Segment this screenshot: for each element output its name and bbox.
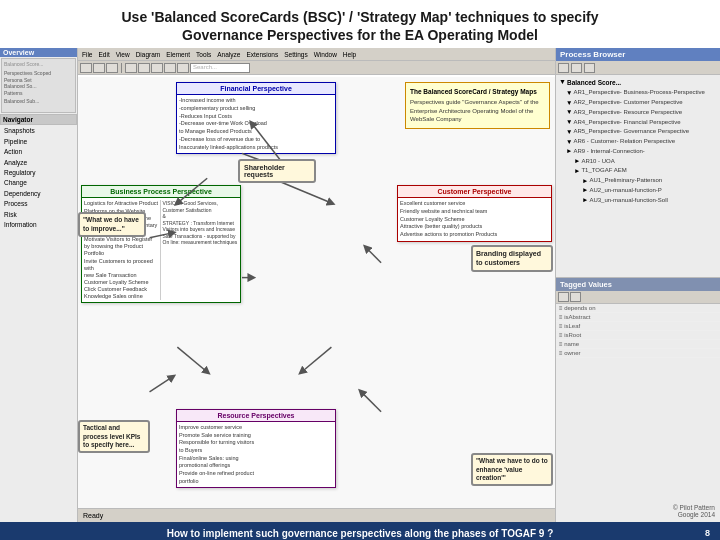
- sidebar-preview: Balanced Score... Perspectives Scoped Pe…: [1, 58, 76, 113]
- prop-value-6: [624, 350, 717, 356]
- tree-icon-6: ▼: [566, 137, 572, 147]
- menu-view[interactable]: View: [113, 51, 133, 58]
- prop-row-4: ≡ isRoot: [556, 331, 720, 340]
- tree-item-11[interactable]: ► AU2_un-manual-function-P: [558, 185, 718, 195]
- nav-item-dependency[interactable]: Dependency: [2, 189, 75, 199]
- tree-text-6: AR6 - Customer- Relation Perspective: [573, 137, 675, 146]
- menu-window[interactable]: Window: [311, 51, 340, 58]
- tree-icon-4: ▼: [566, 117, 572, 127]
- card-resource-content: Improve customer service Promote Sale se…: [177, 422, 335, 488]
- panel-tree: ▼ Balanced Score... ▼ AR1_Perspective- B…: [556, 75, 720, 275]
- tree-text-5: AR5_Perspective- Governance Perspective: [573, 127, 689, 136]
- tv-btn-2[interactable]: [570, 292, 581, 302]
- nav-item-pipeline[interactable]: Pipeline: [2, 137, 75, 147]
- tree-icon-9: ►: [574, 166, 580, 176]
- nav-item-information[interactable]: Information: [2, 220, 75, 230]
- menu-extensions[interactable]: Extensions: [243, 51, 281, 58]
- tree-icon-10: ►: [582, 176, 588, 186]
- panel-toolbar: [556, 61, 720, 75]
- menu-file[interactable]: File: [79, 51, 95, 58]
- menu-settings[interactable]: Settings: [281, 51, 311, 58]
- menu-diagram[interactable]: Diagram: [133, 51, 164, 58]
- svg-line-5: [361, 392, 381, 412]
- toolbar-btn-6[interactable]: [151, 63, 163, 73]
- panel-btn-3[interactable]: [584, 63, 595, 73]
- tree-icon-11: ►: [582, 185, 588, 195]
- tagged-values-title: Tagged Values: [556, 278, 720, 291]
- toolbar-btn-3[interactable]: [106, 63, 118, 73]
- toolbar-btn-5[interactable]: [138, 63, 150, 73]
- tree-icon-7: ►: [566, 146, 572, 156]
- card-customer: Customer Perspective Excellent customer …: [397, 185, 552, 241]
- strategy-overlay-title: The Balanced ScoreCard / Strategy Maps: [410, 87, 545, 96]
- tree-item-10[interactable]: ► AU1_Preliminary-Patterson: [558, 176, 718, 186]
- prop-label-2: ≡ isAbstract: [559, 314, 624, 320]
- tree-icon-root: ▼: [559, 77, 566, 88]
- title-line1: Use 'Balanced ScoreCards (BSC)' / 'Strat…: [15, 8, 705, 26]
- tv-btn-1[interactable]: [558, 292, 569, 302]
- tree-item-12[interactable]: ► AU3_un-manual-function-Soll: [558, 195, 718, 205]
- title-area: Use 'Balanced ScoreCards (BSC)' / 'Strat…: [0, 0, 720, 48]
- tree-item-8[interactable]: ► AR10 - UOA: [558, 156, 718, 166]
- toolbar-btn-2[interactable]: [93, 63, 105, 73]
- card-financial-title: Financial Perspective: [177, 83, 335, 95]
- toolbar-btn-1[interactable]: [80, 63, 92, 73]
- nav-item-risk[interactable]: Risk: [2, 210, 75, 220]
- toolbar-search[interactable]: Search...: [190, 63, 250, 73]
- menu-tools[interactable]: Tools: [193, 51, 214, 58]
- card-business: Business Process Perspective Logistics f…: [81, 185, 241, 303]
- page-number: 8: [705, 528, 710, 538]
- nav-item-change[interactable]: Change: [2, 178, 75, 188]
- footer-area: How to implement such governance perspec…: [0, 522, 720, 540]
- callout-value: "What we have to do to enhance 'value cr…: [471, 453, 553, 486]
- toolbar-btn-7[interactable]: [164, 63, 176, 73]
- prop-value-3: [624, 323, 717, 329]
- menu-help[interactable]: Help: [340, 51, 359, 58]
- main-content: Overview Balanced Score... Perspectives …: [0, 48, 720, 522]
- callout-branding: Branding displayed to customers: [471, 245, 553, 271]
- tree-text-root: Balanced Score...: [567, 78, 621, 88]
- nav-item-analyze[interactable]: Analyze: [2, 158, 75, 168]
- menu-analyze[interactable]: Analyze: [214, 51, 243, 58]
- status-bar: Ready: [78, 508, 555, 522]
- callout-improve: "What we do have to improve...": [78, 212, 146, 237]
- tree-item-3[interactable]: ▼ AR3_Perspective- Resource Perspective: [558, 107, 718, 117]
- tree-item-9[interactable]: ► T1_TOGAF AEM: [558, 166, 718, 176]
- card-financial-content: -Increased income with -complementary pr…: [177, 95, 335, 153]
- panel-btn-1[interactable]: [558, 63, 569, 73]
- svg-line-3: [366, 248, 381, 263]
- toolbar-btn-8[interactable]: [177, 63, 189, 73]
- prop-row-5: ≡ name: [556, 340, 720, 349]
- tree-item-4[interactable]: ▼ AR4_Perspective- Financial Perspective: [558, 117, 718, 127]
- menu-element[interactable]: Element: [163, 51, 193, 58]
- prop-label-1: ≡ depends on: [559, 305, 624, 311]
- card-customer-title: Customer Perspective: [398, 186, 551, 198]
- tree-item-5[interactable]: ▼ AR5_Perspective- Governance Perspectiv…: [558, 127, 718, 137]
- tree-icon-12: ►: [582, 195, 588, 205]
- nav-item-process[interactable]: Process: [2, 199, 75, 209]
- prop-row-1: ≡ depends on: [556, 304, 720, 313]
- copyright: © Pilot Pattern Google 2014: [673, 504, 715, 518]
- nav-section-title: Navigator: [0, 114, 77, 125]
- prop-label-6: ≡ owner: [559, 350, 624, 356]
- toolbar-btn-4[interactable]: [125, 63, 137, 73]
- nav-item-regulatory[interactable]: Regulatory: [2, 168, 75, 178]
- card-business-vision: VISION : Good Services, Customer Satisfa…: [160, 200, 239, 300]
- prop-value-2: [624, 314, 717, 320]
- menu-edit[interactable]: Edit: [95, 51, 112, 58]
- nav-item-action[interactable]: Action: [2, 147, 75, 157]
- tree-item-7[interactable]: ► AR9 - Internal-Connection-: [558, 146, 718, 156]
- panel-btn-2[interactable]: [571, 63, 582, 73]
- tree-text-10: AU1_Preliminary-Patterson: [589, 176, 662, 185]
- tree-text-1: AR1_Perspective- Business-Process-Perspe…: [573, 88, 704, 97]
- callout-value-text: "What we have to do to enhance 'value cr…: [476, 457, 548, 481]
- tree-item-6[interactable]: ▼ AR6 - Customer- Relation Perspective: [558, 137, 718, 147]
- menu-bar: File Edit View Diagram Element Tools Ana…: [78, 48, 555, 61]
- tree-item-1[interactable]: ▼ AR1_Perspective- Business-Process-Pers…: [558, 88, 718, 98]
- nav-items: Snapshots Pipeline Action Analyze Regula…: [0, 126, 77, 230]
- diagram-canvas: Financial Perspective -Increased income …: [78, 77, 555, 508]
- svg-line-10: [302, 348, 332, 373]
- nav-item-snapshots[interactable]: Snapshots: [2, 126, 75, 136]
- tree-item-2[interactable]: ▼ AR2_Perspective- Customer Perspective: [558, 98, 718, 108]
- tree-item-root[interactable]: ▼ Balanced Score...: [558, 77, 718, 88]
